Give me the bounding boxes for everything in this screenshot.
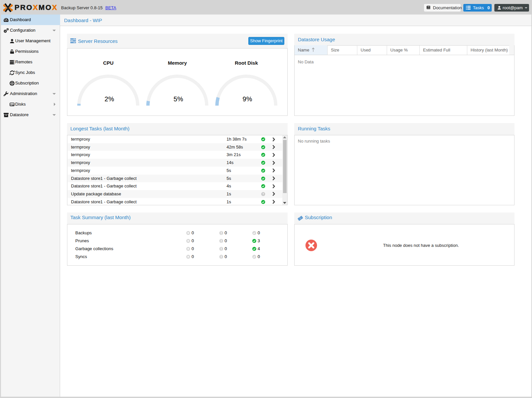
svg-text:?: ? — [262, 192, 264, 196]
